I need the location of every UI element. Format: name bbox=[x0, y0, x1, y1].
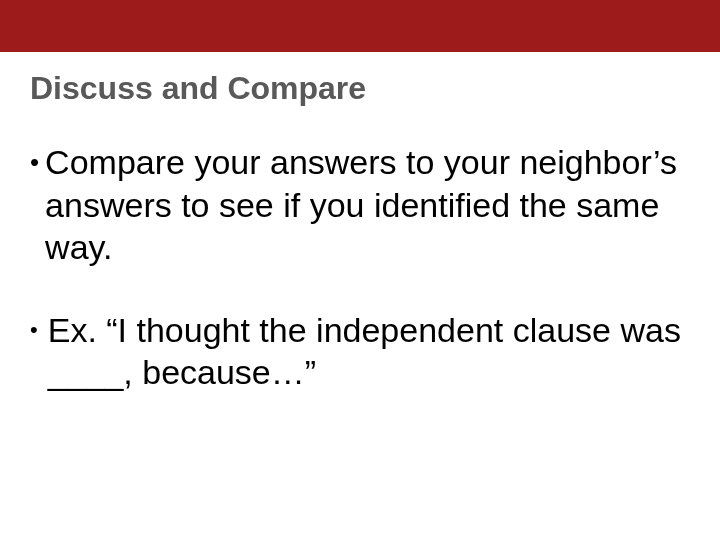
slide-content: • Compare your answers to your neighbor’… bbox=[0, 107, 720, 394]
bullet-item: • Ex. “I thought the independent clause … bbox=[30, 309, 690, 394]
bullet-text: Ex. “I thought the independent clause wa… bbox=[48, 309, 690, 394]
header-bar bbox=[0, 0, 720, 52]
bullet-item: • Compare your answers to your neighbor’… bbox=[30, 141, 690, 269]
bullet-marker-icon: • bbox=[30, 147, 39, 178]
bullet-marker-icon: • bbox=[30, 317, 38, 343]
slide-title: Discuss and Compare bbox=[0, 52, 720, 107]
bullet-text: Compare your answers to your neighbor’s … bbox=[45, 141, 690, 269]
